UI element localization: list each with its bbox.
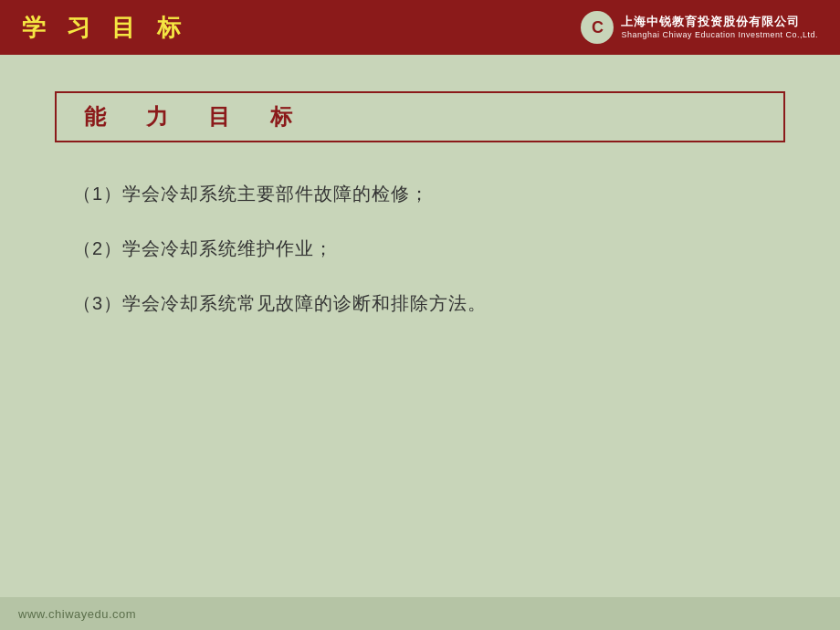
logo-area: C 上海中锐教育投资股份有限公司 Shanghai Chiway Educati… <box>581 11 818 44</box>
logo-icon-letter: C <box>592 18 604 37</box>
section-title-box: 能 力 目 标 <box>55 91 785 142</box>
section-title: 能 力 目 标 <box>84 104 301 129</box>
main-content: 能 力 目 标 （1）学会冷却系统主要部件故障的检修； （2）学会冷却系统维护作… <box>0 55 840 597</box>
header-bar: 学 习 目 标 C 上海中锐教育投资股份有限公司 Shanghai Chiway… <box>0 0 840 55</box>
page-wrapper: 学 习 目 标 C 上海中锐教育投资股份有限公司 Shanghai Chiway… <box>0 0 840 630</box>
logo-text: 上海中锐教育投资股份有限公司 Shanghai Chiway Education… <box>621 15 818 41</box>
footer-url: www.chiwayedu.com <box>18 607 136 621</box>
list-item: （1）学会冷却系统主要部件故障的检修； <box>73 179 785 208</box>
logo-sub-text: Shanghai Chiway Education Investment Co.… <box>621 30 818 41</box>
content-list: （1）学会冷却系统主要部件故障的检修； （2）学会冷却系统维护作业； （3）学会… <box>55 179 785 318</box>
logo-main-text: 上海中锐教育投资股份有限公司 <box>621 15 800 30</box>
list-item: （3）学会冷却系统常见故障的诊断和排除方法。 <box>73 289 785 318</box>
logo-icon: C <box>581 11 614 44</box>
footer-bar: www.chiwayedu.com <box>0 597 840 630</box>
list-item: （2）学会冷却系统维护作业； <box>73 234 785 263</box>
page-title: 学 习 目 标 <box>22 12 188 44</box>
